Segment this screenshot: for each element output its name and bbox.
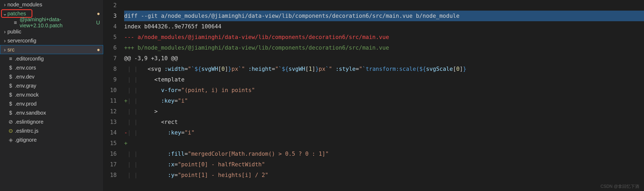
line-number: 12 bbox=[103, 106, 117, 117]
tree-file[interactable]: ≡@jiaminghi+data-view+2.10.0.patchU bbox=[0, 18, 103, 27]
file-type-icon: $ bbox=[7, 110, 14, 116]
code-line[interactable] bbox=[124, 0, 644, 11]
file-type-icon: ≡ bbox=[7, 56, 14, 62]
code-line[interactable]: | | <svg :width="`${svgWH[0]}px`" :heigh… bbox=[124, 64, 644, 74]
code-text: @@ -3,9 +3,10 @@ bbox=[124, 55, 178, 62]
line-number: 8 bbox=[103, 64, 117, 74]
code-text: | | <svg :width="`${svgWH[0]}px`" :heigh… bbox=[124, 66, 466, 72]
code-line[interactable]: diff --git a/node_modules/@jiaminghi/dat… bbox=[124, 11, 644, 21]
git-status-badge: ● bbox=[95, 11, 100, 17]
tree-item-label: patches bbox=[7, 11, 95, 17]
line-number: 9 bbox=[103, 74, 117, 85]
tree-item-label: .env.dev bbox=[15, 74, 95, 80]
tree-item-label: node_modules bbox=[7, 2, 95, 8]
code-text: -| | :key="i" bbox=[124, 129, 195, 136]
tree-file[interactable]: ⊙.eslintrc.js bbox=[0, 126, 103, 135]
file-type-icon: ⊘ bbox=[7, 119, 14, 125]
code-line[interactable]: + bbox=[124, 138, 644, 149]
code-line[interactable]: | | <rect bbox=[124, 117, 644, 127]
code-text: | | > bbox=[124, 108, 158, 115]
code-line[interactable]: --- a/node_modules/@jiaminghi/data-view/… bbox=[124, 32, 644, 42]
line-number: 4 bbox=[103, 21, 117, 32]
line-number-gutter: 23456789101112131415161718 bbox=[103, 0, 124, 191]
file-type-icon: ⊙ bbox=[7, 128, 14, 134]
code-text: | | v-for="(point, i) in points" bbox=[124, 87, 255, 93]
file-type-icon: $ bbox=[7, 101, 14, 107]
tree-file[interactable]: ⊘.eslintignore bbox=[0, 117, 103, 126]
line-number: 15 bbox=[103, 138, 117, 149]
tree-file[interactable]: $.env.dev bbox=[0, 72, 103, 81]
file-type-icon: $ bbox=[7, 92, 14, 98]
line-number: 13 bbox=[103, 117, 117, 127]
code-line[interactable]: @@ -3,9 +3,10 @@ bbox=[124, 53, 644, 64]
code-text: | | :y="point[1] - heights[i] / 2" bbox=[124, 172, 268, 178]
line-number: 18 bbox=[103, 170, 117, 180]
watermark-text: CSDN @拿回忆下酒 bbox=[601, 184, 639, 189]
git-status-badge: U bbox=[95, 20, 100, 26]
code-line[interactable]: | | :x="point[0] - halfRectWidth" bbox=[124, 159, 644, 170]
chevron-icon: ⌄ bbox=[2, 10, 7, 17]
tree-file[interactable]: $.env.mock bbox=[0, 90, 103, 99]
code-area[interactable]: diff --git a/node_modules/@jiaminghi/dat… bbox=[124, 0, 644, 191]
tree-folder[interactable]: ›serverconfig bbox=[0, 36, 103, 45]
line-number: 6 bbox=[103, 42, 117, 53]
chevron-icon: › bbox=[2, 2, 7, 8]
file-type-icon: ≡ bbox=[12, 20, 19, 26]
tree-item-label: .env.prod bbox=[15, 101, 95, 107]
line-number: 16 bbox=[103, 149, 117, 159]
code-line[interactable]: | | > bbox=[124, 106, 644, 117]
file-explorer-sidebar: ›node_modules⌄patches●≡@jiaminghi+data-v… bbox=[0, 0, 103, 191]
line-number: 11 bbox=[103, 96, 117, 106]
editor-pane: 23456789101112131415161718 diff --git a/… bbox=[103, 0, 644, 191]
tree-item-label: src bbox=[7, 47, 95, 53]
tree-file[interactable]: $.env.cors bbox=[0, 63, 103, 72]
file-type-icon: ◈ bbox=[7, 137, 14, 143]
chevron-icon: › bbox=[2, 47, 7, 53]
code-line[interactable]: index b044326..9e7765f 100644 bbox=[124, 21, 644, 32]
code-text: + bbox=[124, 140, 128, 146]
code-text: | | :x="point[0] - halfRectWidth" bbox=[124, 161, 265, 168]
file-type-icon: $ bbox=[7, 83, 14, 89]
tree-file[interactable]: $.env.prod bbox=[0, 99, 103, 108]
chevron-icon: › bbox=[2, 29, 7, 35]
chevron-icon: › bbox=[2, 38, 7, 44]
code-text: +++ b/node_modules/@jiaminghi/data-view/… bbox=[124, 45, 389, 51]
code-text: --- a/node_modules/@jiaminghi/data-view/… bbox=[124, 34, 389, 40]
tree-item-label: .env.sandbox bbox=[15, 110, 95, 116]
line-number: 10 bbox=[103, 85, 117, 96]
code-line[interactable]: +| | :key="i" bbox=[124, 96, 644, 106]
tree-file[interactable]: ◈.gitignore bbox=[0, 135, 103, 144]
code-text: | | <rect bbox=[124, 119, 178, 125]
file-type-icon: $ bbox=[7, 65, 14, 71]
code-line[interactable]: | | :y="point[1] - heights[i] / 2" bbox=[124, 170, 644, 180]
git-status-badge: ● bbox=[95, 47, 100, 53]
code-line[interactable]: +++ b/node_modules/@jiaminghi/data-view/… bbox=[124, 42, 644, 53]
tree-item-label: .env.gray bbox=[15, 83, 95, 89]
line-number: 14 bbox=[103, 127, 117, 138]
tree-item-label: .eslintignore bbox=[15, 119, 95, 125]
tree-folder[interactable]: ›src● bbox=[0, 45, 103, 54]
tree-folder[interactable]: ›public bbox=[0, 27, 103, 36]
line-number: 17 bbox=[103, 159, 117, 170]
code-line[interactable]: | | v-for="(point, i) in points" bbox=[124, 85, 644, 96]
tree-item-label: .gitignore bbox=[15, 137, 95, 143]
code-line[interactable]: | | <template bbox=[124, 74, 644, 85]
code-text: diff --git a/node_modules/@jiaminghi/dat… bbox=[124, 13, 459, 19]
code-line[interactable]: | | :fill="mergedColor[Math.random() > 0… bbox=[124, 149, 644, 159]
code-line[interactable]: -| | :key="i" bbox=[124, 127, 644, 138]
line-number: 5 bbox=[103, 32, 117, 42]
line-number: 2 bbox=[103, 0, 117, 11]
code-text: | | <template bbox=[124, 76, 185, 83]
tree-file[interactable]: ≡.editorconfig bbox=[0, 54, 103, 63]
tree-file[interactable]: $.env.sandbox bbox=[0, 108, 103, 117]
code-text: | | :fill="mergedColor[Math.random() > 0… bbox=[124, 151, 329, 157]
tree-item-label: .env.cors bbox=[15, 65, 95, 71]
file-type-icon: $ bbox=[7, 74, 14, 80]
line-number: 3 bbox=[103, 11, 117, 21]
tree-item-label: .eslintrc.js bbox=[15, 128, 95, 134]
tree-file[interactable]: $.env.gray bbox=[0, 81, 103, 90]
tree-item-label: .editorconfig bbox=[15, 56, 95, 62]
code-text: +| | :key="i" bbox=[124, 98, 188, 104]
tree-folder[interactable]: ›node_modules bbox=[0, 0, 103, 9]
tree-item-label: serverconfig bbox=[7, 38, 95, 44]
